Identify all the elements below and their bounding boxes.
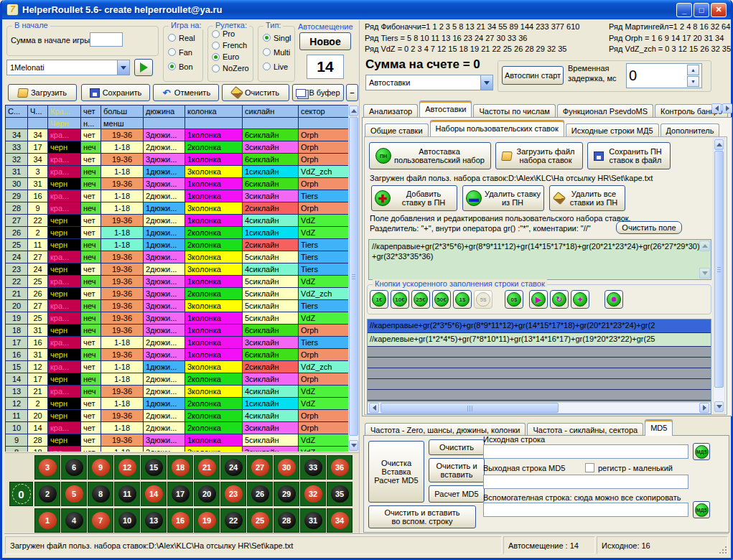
- roulette-cell-7[interactable]: 7: [88, 508, 113, 533]
- roulette-cell-11[interactable]: 11: [114, 482, 140, 506]
- md5-source-input[interactable]: [483, 444, 688, 459]
- radio-option-real[interactable]: Real: [168, 32, 202, 44]
- roulette-cell-5[interactable]: 5: [61, 482, 87, 506]
- roulette-cell-9[interactable]: 9: [88, 455, 113, 480]
- roulette-cell-14[interactable]: 14: [141, 482, 167, 506]
- column-header[interactable]: дюжина: [144, 106, 185, 117]
- roulette-cell-29[interactable]: 29: [274, 482, 299, 506]
- md5-clear-paste-aux-button[interactable]: Очистить и вставить во вспом. строку: [368, 505, 476, 528]
- delay-spin-up[interactable]: ▲: [687, 65, 699, 75]
- radio-option-nozero[interactable]: NoZero: [212, 63, 253, 73]
- column-header[interactable]: н...: [81, 118, 101, 129]
- toolbar-save-floppy-button[interactable]: Сохранить: [81, 84, 150, 101]
- roulette-cell-19[interactable]: 19: [194, 508, 220, 533]
- spins-table[interactable]: С...Ч...Кра...четбольшдюжинаколонкасикла…: [5, 105, 348, 452]
- bet-row-empty[interactable]: [368, 379, 711, 390]
- column-header[interactable]: [6, 118, 27, 129]
- start-play-button[interactable]: [134, 59, 153, 76]
- scroll-right-button[interactable]: [699, 403, 709, 413]
- toolbar-undo-arrow-button[interactable]: ↶Отменить: [153, 84, 219, 101]
- sub-tab-0[interactable]: Общие ставки: [365, 123, 429, 138]
- load-set-file-button[interactable]: Загрузить файл набора ставок: [495, 142, 583, 169]
- radio-option-singl[interactable]: Singl: [263, 32, 294, 44]
- roulette-cell-12[interactable]: 12: [114, 455, 140, 480]
- money-button-25€[interactable]: 25€: [411, 290, 430, 309]
- roulette-cell-8[interactable]: 8: [88, 482, 113, 506]
- delay-spin-down[interactable]: ▼: [687, 76, 699, 87]
- table-scroll-thumb[interactable]: [349, 117, 358, 436]
- column-header[interactable]: [144, 118, 185, 129]
- md5-output-input[interactable]: [483, 475, 688, 489]
- roulette-cell-24[interactable]: 24: [220, 455, 246, 480]
- preset-combo[interactable]: 1Melonati: [6, 60, 130, 75]
- radio-option-pro[interactable]: Pro: [212, 29, 253, 39]
- autospin-start-button[interactable]: Автоспин старт: [502, 66, 564, 85]
- roulette-cell-17[interactable]: 17: [167, 482, 193, 506]
- roulette-cell-2[interactable]: 2: [34, 482, 60, 506]
- bottom-tab-2[interactable]: MD5: [645, 419, 673, 436]
- lowercase-checkbox[interactable]: [585, 463, 594, 472]
- roulette-cell-6[interactable]: 6: [61, 455, 87, 480]
- roulette-cell-18[interactable]: 18: [167, 455, 193, 480]
- column-header[interactable]: С...: [6, 106, 27, 117]
- refresh-button[interactable]: ↻: [550, 290, 569, 309]
- roulette-cell-13[interactable]: 13: [141, 508, 167, 533]
- radio-option-euro[interactable]: Euro: [212, 52, 253, 62]
- roulette-cell-26[interactable]: 26: [247, 482, 273, 506]
- column-header[interactable]: [185, 118, 242, 129]
- roulette-cell-15[interactable]: 15: [141, 455, 167, 480]
- play-button[interactable]: ▶: [529, 290, 548, 309]
- tabs-scroll-right[interactable]: [722, 103, 732, 113]
- column-header[interactable]: менш: [101, 118, 143, 129]
- money-button-1€[interactable]: 1€: [370, 290, 388, 309]
- bets-scroll-thumb[interactable]: [380, 403, 559, 413]
- main-tab-1[interactable]: Автоставки: [419, 101, 472, 117]
- start-sum-input[interactable]: [90, 32, 123, 47]
- column-header[interactable]: чет: [81, 106, 101, 117]
- roulette-cell-30[interactable]: 30: [274, 455, 299, 480]
- minimize-button[interactable]: _: [676, 3, 692, 17]
- roulette-cell-33[interactable]: 33: [300, 455, 326, 480]
- resize-grip[interactable]: [719, 546, 727, 554]
- roulette-cell-36[interactable]: 36: [327, 455, 353, 480]
- main-tab-3[interactable]: Функционал PsevdoMS: [557, 104, 653, 118]
- save-set-file-button[interactable]: Сохранить ПН ставок в файл: [587, 142, 671, 169]
- scroll-up-button[interactable]: [714, 139, 724, 150]
- new-spin-button[interactable]: Новое: [299, 32, 351, 50]
- scroll-up-button[interactable]: [349, 106, 358, 116]
- edit-scroll-down[interactable]: [699, 268, 710, 279]
- roulette-cell-21[interactable]: 21: [194, 455, 220, 480]
- mode-combo[interactable]: Автоставки: [365, 75, 493, 90]
- roulette-cell-23[interactable]: 23: [220, 482, 246, 506]
- radio-option-bon[interactable]: Bon: [168, 60, 202, 73]
- delete-bet-button[interactable]: ▬ Удалить ставку из ПН: [462, 185, 544, 211]
- md5-aux-input[interactable]: [483, 503, 688, 517]
- column-header[interactable]: больш: [101, 106, 143, 117]
- md5-calc-icon-button[interactable]: МД5: [693, 443, 710, 460]
- table-scrollbar[interactable]: [348, 105, 359, 452]
- column-header[interactable]: [243, 118, 298, 129]
- roulette-cell-20[interactable]: 20: [194, 482, 220, 506]
- radio-option-live[interactable]: Live: [263, 60, 294, 73]
- roulette-cell-10[interactable]: 10: [114, 508, 140, 533]
- sub-tab-2[interactable]: Исходные строки МД5: [566, 123, 659, 138]
- roulette-cell-22[interactable]: 22: [220, 508, 246, 533]
- mode-combo-dropdown[interactable]: [480, 75, 492, 90]
- delete-all-bets-button[interactable]: Удалить все ставки из ПН: [549, 185, 625, 211]
- column-header[interactable]: Кра...: [48, 106, 80, 117]
- bet-row[interactable]: //кареправые+gr(2*3*5*6)+gr(8*9*11*12)+g…: [368, 319, 711, 333]
- bet-row-empty[interactable]: [368, 358, 711, 368]
- combo-dropdown-button[interactable]: [117, 60, 129, 75]
- zero-money-button[interactable]: 0$: [505, 290, 523, 309]
- radio-option-fan[interactable]: Fan: [168, 46, 202, 58]
- roulette-cell-25[interactable]: 25: [247, 508, 273, 533]
- collapse-button[interactable]: –: [346, 84, 358, 101]
- clear-field-button[interactable]: Очистить поле: [616, 221, 682, 234]
- edit-scroll-up[interactable]: [699, 241, 710, 251]
- radio-option-multi[interactable]: Multi: [263, 46, 294, 58]
- autostake-user-set-button[interactable]: ПН Автоставка пользовательский набор: [369, 142, 491, 169]
- roulette-cell-3[interactable]: 3: [34, 455, 60, 480]
- money-button-10€[interactable]: 10€: [391, 290, 409, 309]
- md5-clear-paste-calc-button[interactable]: Очистка Вставка Расчет MD5: [368, 441, 424, 503]
- md5-aux-icon-button[interactable]: МД5: [693, 501, 710, 518]
